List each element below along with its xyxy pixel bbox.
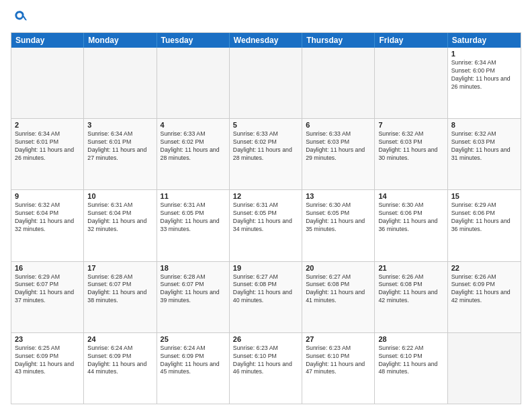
- week-row-0: 1Sunrise: 6:34 AM Sunset: 6:00 PM Daylig…: [11, 48, 521, 118]
- week-row-2: 9Sunrise: 6:32 AM Sunset: 6:04 PM Daylig…: [11, 189, 521, 261]
- day-info: Sunrise: 6:31 AM Sunset: 6:05 PM Dayligh…: [161, 201, 226, 234]
- calendar-cell: 5Sunrise: 6:33 AM Sunset: 6:02 PM Daylig…: [230, 119, 302, 189]
- calendar-cell: 9Sunrise: 6:32 AM Sunset: 6:04 PM Daylig…: [11, 190, 84, 261]
- calendar-cell: 28Sunrise: 6:22 AM Sunset: 6:10 PM Dayli…: [375, 333, 447, 404]
- calendar-cell: [448, 333, 521, 404]
- header-cell-wednesday: Wednesday: [230, 33, 302, 48]
- day-info: Sunrise: 6:23 AM Sunset: 6:10 PM Dayligh…: [306, 345, 371, 377]
- calendar-cell: 3Sunrise: 6:34 AM Sunset: 6:01 PM Daylig…: [84, 119, 157, 189]
- day-number: 3: [87, 121, 152, 129]
- day-info: Sunrise: 6:27 AM Sunset: 6:08 PM Dayligh…: [306, 273, 371, 306]
- day-number: 9: [15, 192, 80, 200]
- day-number: 28: [378, 335, 443, 343]
- calendar-cell: 13Sunrise: 6:30 AM Sunset: 6:05 PM Dayli…: [302, 190, 375, 261]
- day-number: 25: [161, 335, 226, 343]
- calendar-cell: 8Sunrise: 6:32 AM Sunset: 6:03 PM Daylig…: [448, 119, 521, 189]
- day-info: Sunrise: 6:34 AM Sunset: 6:01 PM Dayligh…: [87, 130, 152, 163]
- day-info: Sunrise: 6:33 AM Sunset: 6:03 PM Dayligh…: [306, 130, 371, 163]
- day-number: 8: [451, 121, 517, 129]
- calendar-cell: 2Sunrise: 6:34 AM Sunset: 6:01 PM Daylig…: [11, 119, 84, 189]
- calendar-body: 1Sunrise: 6:34 AM Sunset: 6:00 PM Daylig…: [11, 48, 521, 404]
- day-info: Sunrise: 6:25 AM Sunset: 6:09 PM Dayligh…: [15, 345, 80, 377]
- calendar-cell: 15Sunrise: 6:29 AM Sunset: 6:06 PM Dayli…: [448, 190, 521, 261]
- day-number: 4: [161, 121, 226, 129]
- day-number: 16: [15, 264, 80, 272]
- day-number: 7: [378, 121, 443, 129]
- header: [11, 9, 521, 27]
- page: SundayMondayTuesdayWednesdayThursdayFrid…: [0, 0, 532, 411]
- calendar-cell: 24Sunrise: 6:24 AM Sunset: 6:09 PM Dayli…: [84, 333, 157, 404]
- calendar-cell: 6Sunrise: 6:33 AM Sunset: 6:03 PM Daylig…: [302, 119, 375, 189]
- week-row-1: 2Sunrise: 6:34 AM Sunset: 6:01 PM Daylig…: [11, 118, 521, 189]
- day-info: Sunrise: 6:30 AM Sunset: 6:05 PM Dayligh…: [306, 201, 371, 234]
- calendar-cell: 11Sunrise: 6:31 AM Sunset: 6:05 PM Dayli…: [157, 190, 230, 261]
- day-number: 6: [306, 121, 371, 129]
- logo: [11, 9, 27, 27]
- header-cell-tuesday: Tuesday: [157, 33, 230, 48]
- day-number: 1: [451, 50, 517, 58]
- calendar-cell: [375, 48, 447, 118]
- day-info: Sunrise: 6:28 AM Sunset: 6:07 PM Dayligh…: [161, 273, 226, 306]
- day-number: 20: [306, 264, 371, 272]
- day-info: Sunrise: 6:23 AM Sunset: 6:10 PM Dayligh…: [233, 345, 298, 377]
- calendar-cell: [230, 48, 302, 118]
- day-number: 13: [306, 192, 371, 200]
- calendar-cell: 22Sunrise: 6:26 AM Sunset: 6:09 PM Dayli…: [448, 262, 521, 332]
- day-info: Sunrise: 6:33 AM Sunset: 6:02 PM Dayligh…: [233, 130, 298, 163]
- day-number: 23: [15, 335, 80, 343]
- calendar-cell: 12Sunrise: 6:31 AM Sunset: 6:05 PM Dayli…: [230, 190, 302, 261]
- day-info: Sunrise: 6:29 AM Sunset: 6:07 PM Dayligh…: [15, 273, 80, 306]
- day-info: Sunrise: 6:24 AM Sunset: 6:09 PM Dayligh…: [161, 345, 226, 377]
- day-info: Sunrise: 6:32 AM Sunset: 6:03 PM Dayligh…: [451, 130, 517, 163]
- day-number: 5: [233, 121, 298, 129]
- header-cell-thursday: Thursday: [302, 33, 375, 48]
- day-number: 14: [378, 192, 443, 200]
- day-number: 10: [87, 192, 152, 200]
- week-row-3: 16Sunrise: 6:29 AM Sunset: 6:07 PM Dayli…: [11, 261, 521, 332]
- day-number: 19: [233, 264, 298, 272]
- calendar-cell: 18Sunrise: 6:28 AM Sunset: 6:07 PM Dayli…: [157, 262, 230, 332]
- day-number: 26: [233, 335, 298, 343]
- calendar-cell: 26Sunrise: 6:23 AM Sunset: 6:10 PM Dayli…: [230, 333, 302, 404]
- calendar-cell: [157, 48, 230, 118]
- calendar-cell: 19Sunrise: 6:27 AM Sunset: 6:08 PM Dayli…: [230, 262, 302, 332]
- logo-icon: [12, 9, 27, 24]
- day-number: 18: [161, 264, 226, 272]
- day-info: Sunrise: 6:26 AM Sunset: 6:09 PM Dayligh…: [451, 273, 517, 306]
- calendar-cell: 10Sunrise: 6:31 AM Sunset: 6:04 PM Dayli…: [84, 190, 157, 261]
- day-number: 21: [378, 264, 443, 272]
- calendar-cell: 16Sunrise: 6:29 AM Sunset: 6:07 PM Dayli…: [11, 262, 84, 332]
- header-cell-friday: Friday: [375, 33, 447, 48]
- week-row-4: 23Sunrise: 6:25 AM Sunset: 6:09 PM Dayli…: [11, 332, 521, 404]
- day-info: Sunrise: 6:33 AM Sunset: 6:02 PM Dayligh…: [161, 130, 226, 163]
- header-cell-sunday: Sunday: [11, 33, 84, 48]
- day-info: Sunrise: 6:22 AM Sunset: 6:10 PM Dayligh…: [378, 345, 443, 377]
- calendar-cell: 7Sunrise: 6:32 AM Sunset: 6:03 PM Daylig…: [375, 119, 447, 189]
- calendar-cell: 27Sunrise: 6:23 AM Sunset: 6:10 PM Dayli…: [302, 333, 375, 404]
- calendar-cell: 21Sunrise: 6:26 AM Sunset: 6:08 PM Dayli…: [375, 262, 447, 332]
- calendar-cell: 4Sunrise: 6:33 AM Sunset: 6:02 PM Daylig…: [157, 119, 230, 189]
- day-number: 12: [233, 192, 298, 200]
- day-info: Sunrise: 6:27 AM Sunset: 6:08 PM Dayligh…: [233, 273, 298, 306]
- calendar-header: SundayMondayTuesdayWednesdayThursdayFrid…: [11, 33, 521, 48]
- calendar-cell: 1Sunrise: 6:34 AM Sunset: 6:00 PM Daylig…: [448, 48, 521, 118]
- svg-point-0: [17, 13, 21, 17]
- day-number: 2: [15, 121, 80, 129]
- calendar-cell: [11, 48, 84, 118]
- calendar-cell: 17Sunrise: 6:28 AM Sunset: 6:07 PM Dayli…: [84, 262, 157, 332]
- day-number: 15: [451, 192, 517, 200]
- calendar-cell: [302, 48, 375, 118]
- day-info: Sunrise: 6:34 AM Sunset: 6:01 PM Dayligh…: [15, 130, 80, 163]
- day-info: Sunrise: 6:29 AM Sunset: 6:06 PM Dayligh…: [451, 201, 517, 234]
- day-number: 27: [306, 335, 371, 343]
- calendar-cell: 20Sunrise: 6:27 AM Sunset: 6:08 PM Dayli…: [302, 262, 375, 332]
- day-number: 17: [87, 264, 152, 272]
- day-info: Sunrise: 6:34 AM Sunset: 6:00 PM Dayligh…: [451, 59, 517, 91]
- calendar: SundayMondayTuesdayWednesdayThursdayFrid…: [11, 32, 521, 404]
- calendar-cell: 14Sunrise: 6:30 AM Sunset: 6:06 PM Dayli…: [375, 190, 447, 261]
- day-info: Sunrise: 6:31 AM Sunset: 6:04 PM Dayligh…: [87, 201, 152, 234]
- day-info: Sunrise: 6:32 AM Sunset: 6:04 PM Dayligh…: [15, 201, 80, 234]
- calendar-cell: [84, 48, 157, 118]
- day-info: Sunrise: 6:30 AM Sunset: 6:06 PM Dayligh…: [378, 201, 443, 234]
- calendar-cell: 23Sunrise: 6:25 AM Sunset: 6:09 PM Dayli…: [11, 333, 84, 404]
